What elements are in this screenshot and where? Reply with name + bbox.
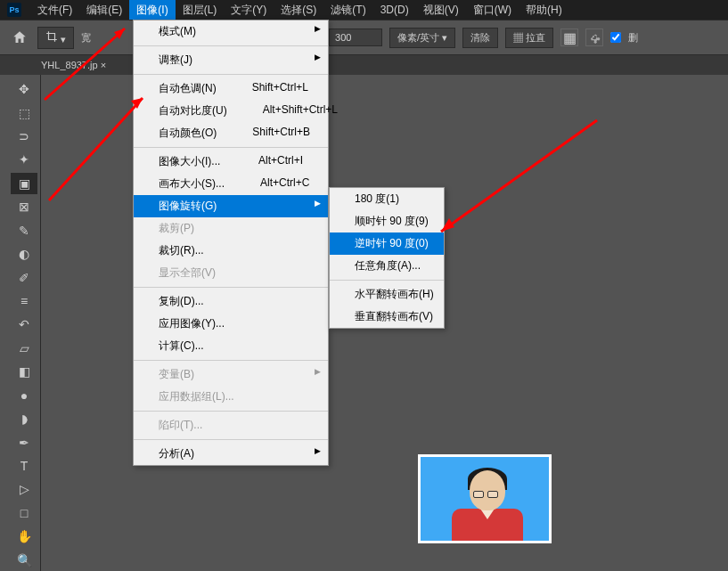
menu-3dd[interactable]: 3D(D) — [373, 0, 416, 20]
zoom-tool[interactable]: 🔍 — [11, 549, 37, 570]
home-icon[interactable] — [9, 27, 30, 48]
width-label: 宽 — [81, 31, 91, 45]
lasso-tool[interactable]: ⊃ — [11, 126, 37, 147]
image-menu-item[interactable]: 调整(J)▶ — [134, 49, 328, 71]
path-tool[interactable]: ▷ — [11, 478, 37, 500]
dodge-tool[interactable]: ◗ — [11, 408, 37, 429]
image-menu-item[interactable]: 应用图像(Y)... — [134, 313, 328, 335]
hand-tool[interactable]: ✋ — [11, 526, 37, 547]
menu-编辑e[interactable]: 编辑(E) — [79, 0, 129, 20]
image-menu-item: 变量(B)▶ — [134, 363, 328, 386]
unit-dropdown[interactable]: 像素/英寸 ▾ — [389, 28, 455, 48]
image-menu-item[interactable]: 分析(A)▶ — [134, 443, 328, 465]
image-menu-item[interactable]: 复制(D)... — [134, 290, 328, 313]
canvas-photo — [418, 454, 552, 543]
history-tool[interactable]: ↶ — [11, 314, 37, 335]
pen-tool[interactable]: ✒ — [11, 431, 37, 453]
delete-label: 删 — [628, 31, 638, 45]
brush-tool[interactable]: ✐ — [11, 266, 37, 288]
image-menu-item: 裁剪(P) — [134, 217, 328, 240]
wand-tool[interactable]: ✦ — [11, 149, 37, 170]
ps-logo-icon: Ps — [7, 3, 21, 17]
stamp-tool[interactable]: ≡ — [11, 290, 37, 312]
straighten-button[interactable]: ▦ 拉直 — [505, 28, 553, 48]
image-menu-item: 陷印(T)... — [134, 414, 328, 436]
image-menu-item[interactable]: 计算(C)... — [134, 335, 328, 357]
image-menu-item[interactable]: 画布大小(S)...Alt+Ctrl+C — [134, 173, 328, 195]
titlebar: Ps 文件(F)编辑(E)图像(I)图层(L)文字(Y)选择(S)滤镜(T)3D… — [0, 0, 728, 20]
tools-panel: ✥⬚⊃✦▣⊠✎◐✐≡↶▱◧●◗✒T▷□✋🔍 — [9, 75, 41, 571]
rotate-menu-item[interactable]: 逆时针 90 度(0) — [330, 232, 444, 255]
image-menu-item[interactable]: 裁切(R)... — [134, 240, 328, 262]
blur-tool[interactable]: ● — [11, 384, 37, 405]
image-menu-item[interactable]: 自动对比度(U)Alt+Shift+Ctrl+L — [134, 100, 328, 122]
rotate-menu-item[interactable]: 水平翻转画布(H) — [330, 283, 444, 306]
type-tool[interactable]: T — [11, 455, 37, 477]
crop-tool[interactable]: ▣ — [11, 173, 37, 194]
menu-视图v[interactable]: 视图(V) — [416, 0, 466, 20]
rotate-menu-item[interactable]: 180 度(1) — [330, 188, 444, 210]
tab-bar: YHL_8937.jp × — [0, 55, 728, 75]
menu-滤镜t[interactable]: 滤镜(T) — [323, 0, 372, 20]
image-menu-item[interactable]: 图像旋转(G)▶ — [134, 195, 328, 217]
image-menu-item[interactable]: 模式(M)▶ — [134, 20, 328, 43]
gradient-tool[interactable]: ◧ — [11, 361, 37, 382]
move-tool[interactable]: ✥ — [11, 78, 37, 100]
image-menu-item: 应用数据组(L)... — [134, 386, 328, 408]
eraser-tool[interactable]: ▱ — [11, 338, 37, 359]
menu-文字y[interactable]: 文字(Y) — [224, 0, 274, 20]
menu-文件f[interactable]: 文件(F) — [30, 0, 79, 20]
rect-tool[interactable]: □ — [11, 502, 37, 524]
menu-图层l[interactable]: 图层(L) — [176, 0, 225, 20]
gear-icon[interactable] — [585, 29, 603, 46]
menu-窗口w[interactable]: 窗口(W) — [466, 0, 519, 20]
healing-tool[interactable]: ◐ — [11, 243, 37, 265]
crop-tool-preset[interactable]: ▾ — [37, 27, 74, 49]
menu-帮助h[interactable]: 帮助(H) — [519, 0, 569, 20]
rotate-menu-item[interactable]: 任意角度(A)... — [330, 255, 444, 277]
resolution-input[interactable]: 300 — [329, 29, 382, 46]
image-menu-item[interactable]: 自动色调(N)Shift+Ctrl+L — [134, 77, 328, 100]
menu-选择s[interactable]: 选择(S) — [274, 0, 323, 20]
image-menu-item[interactable]: 自动颜色(O)Shift+Ctrl+B — [134, 122, 328, 144]
options-bar: ▾ 宽 米 300 像素/英寸 ▾ 清除 ▦ 拉直 ▦ 删 — [0, 20, 728, 55]
clear-button[interactable]: 清除 — [462, 28, 498, 48]
frame-tool[interactable]: ⊠ — [11, 196, 37, 217]
image-menu-item[interactable]: 图像大小(I)...Alt+Ctrl+I — [134, 151, 328, 173]
image-menu-item: 显示全部(V) — [134, 262, 328, 284]
rotate-menu-item[interactable]: 垂直翻转画布(V) — [330, 306, 444, 328]
grid-icon[interactable]: ▦ — [560, 29, 578, 46]
eyedropper-tool[interactable]: ✎ — [11, 220, 37, 241]
rotate-menu-item[interactable]: 顺时针 90 度(9) — [330, 210, 444, 232]
marquee-tool[interactable]: ⬚ — [11, 102, 37, 123]
document-tab[interactable]: YHL_8937.jp × — [32, 55, 115, 75]
menu-图像i[interactable]: 图像(I) — [129, 0, 175, 20]
delete-checkbox[interactable] — [610, 32, 621, 43]
image-menu-dropdown: 模式(M)▶调整(J)▶自动色调(N)Shift+Ctrl+L自动对比度(U)A… — [133, 20, 329, 466]
rotate-submenu-dropdown: 180 度(1)顺时针 90 度(9)逆时针 90 度(0)任意角度(A)...… — [329, 187, 445, 329]
